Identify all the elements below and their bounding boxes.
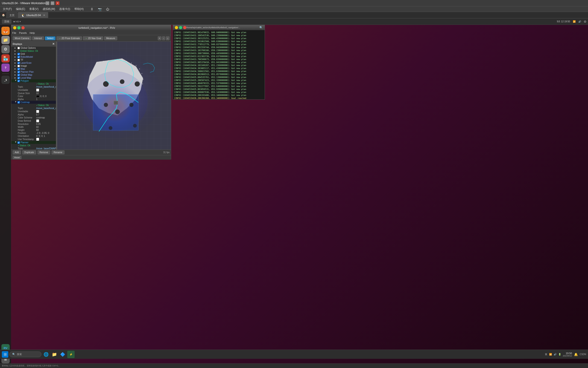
display-item-global-options[interactable]: ▶ Global Options [11,46,56,49]
sidebar-icon-firefox[interactable]: 🦊 [1,27,10,35]
checkbox-global-map[interactable] [18,74,20,76]
checkbox-polygon[interactable] [18,80,20,82]
vmware-tab-ubuntu[interactable]: 🐧 Ubuntu20.04 ✕ [18,12,48,18]
power-menu-icon[interactable]: ⏻ [584,20,586,23]
vmware-pause-icon[interactable]: ⏸ [88,7,96,12]
expand-arrow-tf[interactable]: ▶ [15,59,17,61]
checkbox-planner[interactable] [18,141,20,144]
expand-arrow-global-options[interactable]: ▶ [15,47,17,49]
polygon-color-swatch[interactable] [36,95,39,98]
checkbox-planner-plan[interactable] [18,71,20,73]
menu-tabs[interactable]: 选项卡(I) [57,7,72,11]
costmap-topic-value[interactable]: /move_base/local_co... [36,107,56,110]
vmware-power-icon[interactable]: ⏻ [104,7,111,11]
display-item-global-status[interactable]: ▶ ✓ Global Status: Ok [11,49,56,52]
menu-view[interactable]: 查看(V) [27,7,40,11]
menu-edit[interactable]: 编辑(E) [14,7,27,11]
activities-button[interactable]: 活动 [2,19,11,24]
rviz-menu-panels[interactable]: Panels [19,31,27,34]
tab-close-icon[interactable]: ✕ [43,14,45,17]
pose-estimate-button[interactable]: → 2D Pose Estimate [57,36,82,40]
vmware-snapshot-icon[interactable]: 📷 [96,7,104,11]
checkbox-tf[interactable] [18,59,20,61]
expand-arrow-robotmodel[interactable]: ▶ [15,56,17,58]
rviz-viewport[interactable] [57,42,171,149]
terminal-maximize-button[interactable] [179,26,182,29]
expand-arrow-costmap[interactable]: ▶ [15,101,17,103]
expand-arrow-global-status[interactable]: ▶ [15,50,17,52]
terminal-content[interactable]: [INFO] [1694519431.981470015, 849.040000… [173,30,265,99]
taskbar-app-browser[interactable]: 🌐 [42,351,50,358]
checkbox-laserscan[interactable] [18,62,20,64]
display-item-image[interactable]: ▶ Image [11,64,56,67]
display-item-tf[interactable]: ▶ TF [11,58,56,61]
duplicate-display-button[interactable]: Duplicate [22,150,36,154]
taskbar-app-edge[interactable]: 🔷 [59,351,66,358]
toolbar-icon-2[interactable]: - [162,36,165,40]
display-item-polygon[interactable]: ▶ Polygon [11,79,56,82]
ime-indicator[interactable]: 英 [545,353,547,356]
taskbar-search-bar[interactable]: 🔍 搜索 [9,351,41,357]
menu-help[interactable]: 帮助(H) [73,7,86,11]
polygon-unreliable-checkbox[interactable] [36,89,39,92]
sidebar-icon-settings[interactable]: ⚙ [1,45,10,53]
terminal-minimize-button[interactable] [175,26,178,29]
select-button[interactable]: Select [45,36,56,40]
checkbox-costmap[interactable] [18,101,20,103]
sidebar-icon-store[interactable]: 🏪 [1,54,10,63]
expand-arrow-planner-plan[interactable]: ▶ [15,71,17,73]
expand-arrow-global-map[interactable]: ▶ [15,74,17,76]
reset-button[interactable]: Reset [13,156,21,159]
vmware-minimize-button[interactable]: ─ [46,1,49,5]
display-item-grid[interactable]: ▶ Grid [11,52,56,55]
display-item-map[interactable]: ▶ Map [11,67,56,70]
rviz-close-button[interactable] [21,26,25,29]
expand-arrow-grid[interactable]: ▶ [15,53,17,55]
nav-goal-button[interactable]: → 2D Nav Goal [83,36,103,40]
costmap-use-timestamp-checkbox[interactable] [36,138,39,141]
interact-button[interactable]: Interact [32,36,44,40]
rviz-minimize-button[interactable] [13,26,16,29]
sidebar-icon-terminal[interactable]: _$ [1,76,10,84]
display-item-laserscan[interactable]: ▶ LaserScan [11,61,56,64]
checkbox-image[interactable] [18,65,20,67]
taskbar-app-files[interactable]: 📁 [51,351,58,358]
checkbox-robotmodel[interactable] [18,56,20,58]
measure-button[interactable]: Measure [104,36,117,40]
rviz-menu-help[interactable]: Help [29,31,35,34]
polygon-topic-value[interactable]: /move_base/local_co... [36,86,56,88]
vmware-close-button[interactable]: ✕ [56,1,59,5]
sidebar-icon-help[interactable]: ? [1,64,10,72]
toolbar-icon-1[interactable]: + [158,36,162,40]
costmap-draw-behind-checkbox[interactable] [36,119,39,122]
display-item-planner[interactable]: ▶ Planner [11,141,56,144]
costmap-unreliable-checkbox[interactable] [36,110,39,113]
menu-file[interactable]: 文件(F) [1,7,14,11]
vmware-tab-home[interactable]: 主页 [6,12,18,18]
expand-arrow-polygon[interactable]: ▶ [15,80,17,82]
expand-arrow-laserscan[interactable]: ▶ [15,62,17,64]
terminal-close-button[interactable] [183,26,186,29]
sidebar-icon-files[interactable]: 📁 [1,36,10,44]
checkbox-local-map[interactable] [18,77,20,79]
planner-topic-value[interactable]: /move_base/DWAPla... [36,147,56,149]
notifications-icon[interactable]: 🔔 [574,353,578,356]
network-tray-icon[interactable]: 📶 [549,353,552,356]
add-display-button[interactable]: Add [13,150,21,154]
menu-vm[interactable]: 虚拟机(M) [41,7,57,11]
rviz-maximize-button[interactable] [17,26,20,29]
expand-arrow-planner[interactable]: ▶ [15,141,17,144]
display-item-planner-plan[interactable]: ▶ Planner Plan [11,70,56,73]
checkbox-global-options[interactable] [18,47,20,49]
taskbar-app-ros[interactable]: ⚡ [67,351,75,358]
display-item-global-map[interactable]: ▶ Global Map [11,73,56,76]
checkbox-grid[interactable] [18,53,20,55]
sound-tray-icon[interactable]: 🔊 [554,353,557,356]
display-item-local-map[interactable]: ▶ Local Map [11,76,56,79]
expand-arrow-local-map[interactable]: ▶ [15,77,17,79]
expand-arrow-map[interactable]: ▶ [15,68,17,70]
rviz-menu-file[interactable]: File [12,31,16,34]
taskbar-start-button[interactable]: ⊞ [2,351,8,358]
display-item-costmap[interactable]: ▶ Costmap [11,101,56,104]
toolbar-icon-3[interactable]: ⌂ [166,36,170,40]
